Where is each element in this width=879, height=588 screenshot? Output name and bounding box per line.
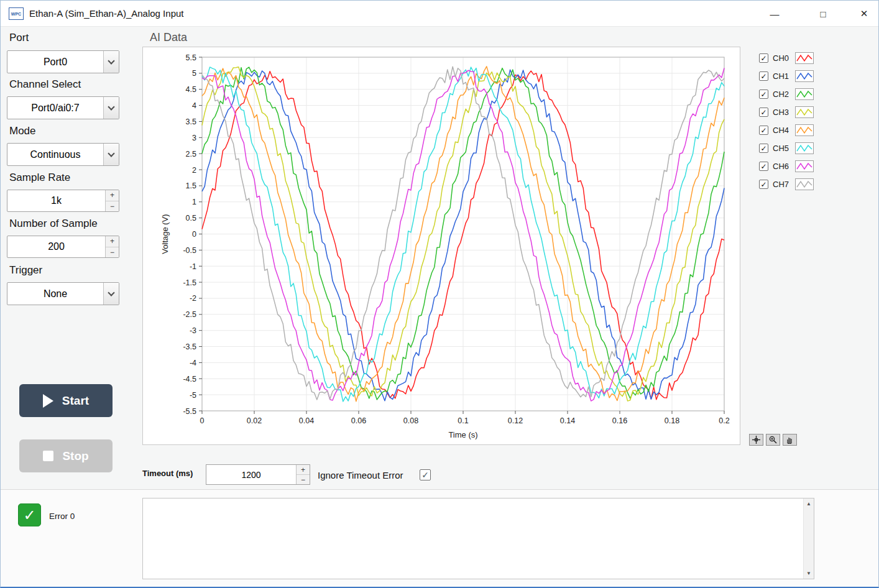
error-status-label: Error 0 bbox=[49, 512, 75, 521]
legend-label-ch5: CH5 bbox=[773, 144, 794, 153]
svg-text:0.2: 0.2 bbox=[719, 416, 729, 425]
ai-data-title: AI Data bbox=[150, 31, 187, 44]
trigger-select-value: None bbox=[7, 283, 103, 305]
sample-rate-input[interactable]: 1k + − bbox=[7, 190, 119, 212]
stop-button[interactable]: Stop bbox=[19, 439, 113, 472]
svg-text:1.5: 1.5 bbox=[186, 181, 196, 190]
svg-text:0.1: 0.1 bbox=[458, 416, 468, 425]
legend-checkbox-ch0[interactable]: ✓ bbox=[759, 53, 768, 63]
legend-row-ch2: ✓CH2 bbox=[759, 85, 814, 103]
mode-select[interactable]: Continuous bbox=[7, 143, 119, 166]
legend-checkbox-ch7[interactable]: ✓ bbox=[759, 180, 768, 189]
legend-checkbox-ch3[interactable]: ✓ bbox=[759, 108, 768, 117]
maximize-button[interactable]: □ bbox=[809, 1, 837, 27]
mode-label: Mode bbox=[9, 125, 36, 137]
number-of-sample-label: Number of Sample bbox=[9, 218, 98, 230]
ignore-timeout-error-checkbox[interactable]: ✓ bbox=[420, 469, 431, 480]
legend-line-sample-ch5[interactable] bbox=[795, 142, 814, 154]
titlebar: WPC Ethan-A (Sim_Ethan-A)_Analog Input —… bbox=[1, 1, 878, 27]
minimize-button[interactable]: — bbox=[760, 1, 789, 27]
timeout-value: 1200 bbox=[206, 465, 296, 484]
pan-tool-icon[interactable] bbox=[783, 434, 797, 446]
waveform-chart[interactable]: 5.554.543.532.521.510.50-0.5-1-1.5-2-2.5… bbox=[143, 47, 740, 444]
legend-checkbox-ch4[interactable]: ✓ bbox=[759, 126, 768, 135]
svg-text:-1.5: -1.5 bbox=[183, 278, 196, 287]
legend-label-ch0: CH0 bbox=[773, 53, 794, 63]
timeout-input[interactable]: 1200 + − bbox=[206, 464, 310, 485]
legend-line-sample-ch2[interactable] bbox=[795, 88, 814, 100]
legend-label-ch3: CH3 bbox=[773, 108, 794, 117]
svg-text:0.12: 0.12 bbox=[508, 416, 523, 425]
svg-text:-3: -3 bbox=[190, 326, 196, 335]
error-log-box[interactable]: ▲ ▼ bbox=[142, 498, 814, 579]
chevron-down-icon bbox=[108, 57, 114, 64]
svg-text:5.5: 5.5 bbox=[186, 53, 196, 62]
ignore-timeout-error-label: Ignore Timeout Error bbox=[318, 470, 403, 480]
scroll-up-icon[interactable]: ▲ bbox=[804, 498, 814, 509]
error-status-checkbox[interactable]: ✓ bbox=[18, 503, 41, 526]
minimize-icon: — bbox=[770, 9, 780, 19]
error-log-text bbox=[143, 498, 803, 579]
app-window: WPC Ethan-A (Sim_Ethan-A)_Analog Input —… bbox=[0, 0, 879, 588]
legend-checkbox-ch6[interactable]: ✓ bbox=[759, 162, 768, 171]
graph-cursor-tool-icon[interactable] bbox=[749, 434, 763, 446]
play-icon bbox=[43, 394, 53, 408]
svg-text:0.5: 0.5 bbox=[186, 214, 196, 223]
svg-text:-2.5: -2.5 bbox=[183, 310, 196, 319]
svg-text:2.5: 2.5 bbox=[186, 150, 196, 158]
legend-row-ch0: ✓CH0 bbox=[759, 49, 814, 67]
legend-line-sample-ch1[interactable] bbox=[795, 70, 814, 82]
legend-label-ch2: CH2 bbox=[773, 90, 794, 99]
chevron-down-icon bbox=[108, 103, 114, 110]
legend-row-ch4: ✓CH4 bbox=[759, 121, 814, 139]
chart-panel[interactable]: 5.554.543.532.521.510.50-0.5-1-1.5-2-2.5… bbox=[142, 47, 740, 445]
legend-checkbox-ch5[interactable]: ✓ bbox=[759, 144, 768, 153]
channel-select-dropdown-button[interactable] bbox=[103, 97, 119, 119]
svg-text:4: 4 bbox=[192, 101, 196, 110]
svg-text:-5.5: -5.5 bbox=[183, 407, 196, 416]
svg-text:0.04: 0.04 bbox=[299, 416, 314, 425]
legend-line-sample-ch4[interactable] bbox=[795, 124, 814, 136]
app-icon: WPC bbox=[9, 7, 24, 20]
trigger-select[interactable]: None bbox=[7, 282, 119, 305]
legend-label-ch7: CH7 bbox=[773, 180, 794, 189]
legend-line-sample-ch0[interactable] bbox=[795, 52, 814, 64]
decrement-button[interactable]: − bbox=[106, 247, 119, 258]
channel-select[interactable]: Port0/ai0:7 bbox=[7, 96, 119, 119]
port-select[interactable]: Port0 bbox=[7, 50, 119, 73]
svg-text:Time (s): Time (s) bbox=[448, 430, 477, 439]
increment-button[interactable]: + bbox=[297, 465, 310, 475]
port-select-dropdown-button[interactable] bbox=[103, 51, 119, 73]
close-button[interactable]: ✕ bbox=[850, 1, 878, 27]
legend-line-sample-ch6[interactable] bbox=[795, 160, 814, 172]
mode-select-dropdown-button[interactable] bbox=[103, 144, 119, 165]
increment-button[interactable]: + bbox=[106, 236, 119, 247]
svg-text:4.5: 4.5 bbox=[186, 85, 196, 94]
svg-text:-4: -4 bbox=[190, 359, 196, 367]
trigger-select-dropdown-button[interactable] bbox=[103, 283, 119, 305]
stop-button-label: Stop bbox=[62, 449, 88, 463]
number-of-sample-input[interactable]: 200 + − bbox=[7, 236, 119, 258]
decrement-button[interactable]: − bbox=[106, 201, 119, 212]
sample-rate-value: 1k bbox=[7, 190, 105, 211]
legend-row-ch6: ✓CH6 bbox=[759, 157, 814, 175]
chevron-down-icon bbox=[108, 289, 114, 296]
svg-text:-4.5: -4.5 bbox=[183, 375, 196, 384]
legend-line-sample-ch3[interactable] bbox=[795, 106, 814, 118]
zoom-tool-icon[interactable] bbox=[766, 434, 780, 446]
svg-text:-2: -2 bbox=[190, 294, 196, 303]
legend-label-ch1: CH1 bbox=[773, 71, 794, 81]
error-log-scrollbar[interactable]: ▲ ▼ bbox=[803, 498, 814, 579]
start-button[interactable]: Start bbox=[19, 384, 113, 417]
svg-text:0.08: 0.08 bbox=[403, 416, 418, 425]
legend-checkbox-ch2[interactable]: ✓ bbox=[759, 90, 768, 99]
increment-button[interactable]: + bbox=[106, 190, 119, 201]
svg-text:-3.5: -3.5 bbox=[183, 342, 196, 351]
decrement-button[interactable]: − bbox=[297, 475, 310, 484]
svg-text:0.06: 0.06 bbox=[351, 416, 366, 425]
chart-tools bbox=[749, 434, 799, 446]
legend-checkbox-ch1[interactable]: ✓ bbox=[759, 71, 768, 81]
scroll-down-icon[interactable]: ▼ bbox=[804, 568, 814, 579]
svg-text:5: 5 bbox=[192, 69, 196, 78]
legend-line-sample-ch7[interactable] bbox=[795, 178, 814, 190]
